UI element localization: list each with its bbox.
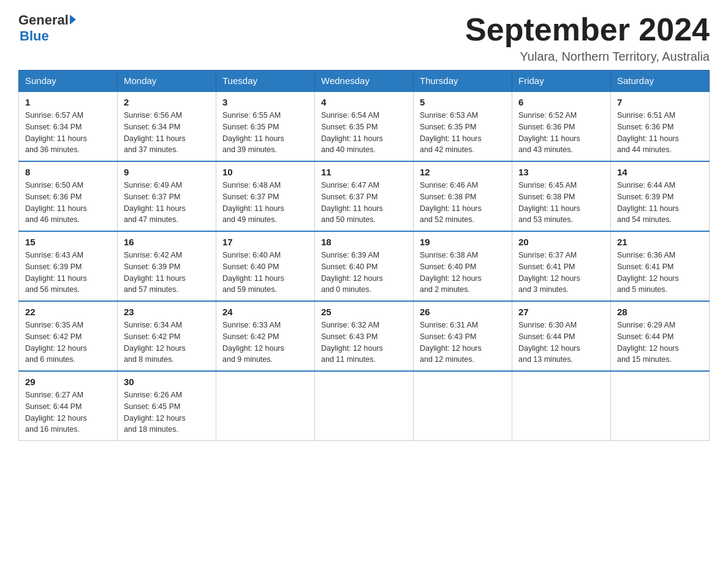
calendar-cell: 28Sunrise: 6:29 AMSunset: 6:44 PMDayligh… bbox=[611, 301, 710, 371]
day-number: 3 bbox=[222, 97, 308, 107]
logo-arrow-icon bbox=[70, 15, 76, 25]
day-number: 4 bbox=[321, 97, 407, 107]
day-number: 14 bbox=[617, 167, 703, 177]
calendar-cell: 12Sunrise: 6:46 AMSunset: 6:38 PMDayligh… bbox=[414, 161, 512, 231]
day-info: Sunrise: 6:36 AMSunset: 6:41 PMDaylight:… bbox=[617, 250, 703, 296]
calendar-cell: 5Sunrise: 6:53 AMSunset: 6:35 PMDaylight… bbox=[414, 91, 512, 161]
calendar-cell: 16Sunrise: 6:42 AMSunset: 6:39 PMDayligh… bbox=[118, 231, 216, 301]
day-info: Sunrise: 6:31 AMSunset: 6:43 PMDaylight:… bbox=[420, 320, 506, 366]
calendar-cell: 15Sunrise: 6:43 AMSunset: 6:39 PMDayligh… bbox=[19, 231, 118, 301]
day-number: 10 bbox=[222, 167, 308, 177]
calendar-cell: 14Sunrise: 6:44 AMSunset: 6:39 PMDayligh… bbox=[611, 161, 710, 231]
day-info: Sunrise: 6:26 AMSunset: 6:45 PMDaylight:… bbox=[124, 389, 210, 435]
month-year-title: September 2024 bbox=[465, 12, 710, 47]
day-number: 24 bbox=[222, 307, 308, 317]
day-number: 18 bbox=[321, 237, 407, 247]
weekday-header-wednesday: Wednesday bbox=[315, 71, 414, 92]
day-number: 12 bbox=[420, 167, 506, 177]
calendar-cell: 10Sunrise: 6:48 AMSunset: 6:37 PMDayligh… bbox=[216, 161, 315, 231]
calendar-cell: 21Sunrise: 6:36 AMSunset: 6:41 PMDayligh… bbox=[611, 231, 710, 301]
day-number: 29 bbox=[25, 377, 111, 387]
day-number: 22 bbox=[25, 307, 111, 317]
calendar-cell: 19Sunrise: 6:38 AMSunset: 6:40 PMDayligh… bbox=[414, 231, 512, 301]
day-info: Sunrise: 6:45 AMSunset: 6:38 PMDaylight:… bbox=[518, 180, 604, 226]
calendar-cell: 3Sunrise: 6:55 AMSunset: 6:35 PMDaylight… bbox=[216, 91, 315, 161]
day-info: Sunrise: 6:55 AMSunset: 6:35 PMDaylight:… bbox=[222, 110, 308, 156]
calendar-cell: 22Sunrise: 6:35 AMSunset: 6:42 PMDayligh… bbox=[19, 301, 118, 371]
day-number: 19 bbox=[420, 237, 506, 247]
logo-general-text: General bbox=[18, 12, 69, 28]
calendar-cell: 2Sunrise: 6:56 AMSunset: 6:34 PMDaylight… bbox=[118, 91, 216, 161]
calendar-cell: 6Sunrise: 6:52 AMSunset: 6:36 PMDaylight… bbox=[512, 91, 611, 161]
calendar-week-row: 15Sunrise: 6:43 AMSunset: 6:39 PMDayligh… bbox=[19, 231, 710, 301]
day-info: Sunrise: 6:27 AMSunset: 6:44 PMDaylight:… bbox=[25, 389, 111, 435]
title-area: September 2024 Yulara, Northern Territor… bbox=[465, 12, 710, 64]
day-number: 1 bbox=[25, 97, 111, 107]
calendar-cell: 20Sunrise: 6:37 AMSunset: 6:41 PMDayligh… bbox=[512, 231, 611, 301]
calendar-cell: 1Sunrise: 6:57 AMSunset: 6:34 PMDaylight… bbox=[19, 91, 118, 161]
calendar-cell: 26Sunrise: 6:31 AMSunset: 6:43 PMDayligh… bbox=[414, 301, 512, 371]
calendar-cell: 30Sunrise: 6:26 AMSunset: 6:45 PMDayligh… bbox=[118, 371, 216, 441]
weekday-header-monday: Monday bbox=[118, 71, 216, 92]
day-number: 9 bbox=[124, 167, 210, 177]
calendar-cell: 27Sunrise: 6:30 AMSunset: 6:44 PMDayligh… bbox=[512, 301, 611, 371]
calendar-cell: 8Sunrise: 6:50 AMSunset: 6:36 PMDaylight… bbox=[19, 161, 118, 231]
day-number: 11 bbox=[321, 167, 407, 177]
day-number: 27 bbox=[518, 307, 604, 317]
calendar-cell bbox=[216, 371, 315, 441]
calendar-cell bbox=[315, 371, 414, 441]
day-info: Sunrise: 6:32 AMSunset: 6:43 PMDaylight:… bbox=[321, 320, 407, 366]
day-info: Sunrise: 6:48 AMSunset: 6:37 PMDaylight:… bbox=[222, 180, 308, 226]
day-info: Sunrise: 6:54 AMSunset: 6:35 PMDaylight:… bbox=[321, 110, 407, 156]
weekday-header-thursday: Thursday bbox=[414, 71, 512, 92]
calendar-week-row: 8Sunrise: 6:50 AMSunset: 6:36 PMDaylight… bbox=[19, 161, 710, 231]
day-info: Sunrise: 6:35 AMSunset: 6:42 PMDaylight:… bbox=[25, 320, 111, 366]
calendar-cell: 18Sunrise: 6:39 AMSunset: 6:40 PMDayligh… bbox=[315, 231, 414, 301]
logo: General Blue bbox=[18, 12, 76, 44]
day-info: Sunrise: 6:39 AMSunset: 6:40 PMDaylight:… bbox=[321, 250, 407, 296]
day-number: 2 bbox=[124, 97, 210, 107]
logo-blue-text: Blue bbox=[20, 28, 49, 44]
day-info: Sunrise: 6:34 AMSunset: 6:42 PMDaylight:… bbox=[124, 320, 210, 366]
calendar-cell bbox=[414, 371, 512, 441]
day-info: Sunrise: 6:40 AMSunset: 6:40 PMDaylight:… bbox=[222, 250, 308, 296]
weekday-header-friday: Friday bbox=[512, 71, 611, 92]
day-number: 20 bbox=[518, 237, 604, 247]
weekday-header-sunday: Sunday bbox=[19, 71, 118, 92]
day-info: Sunrise: 6:29 AMSunset: 6:44 PMDaylight:… bbox=[617, 320, 703, 366]
day-info: Sunrise: 6:44 AMSunset: 6:39 PMDaylight:… bbox=[617, 180, 703, 226]
calendar-cell: 25Sunrise: 6:32 AMSunset: 6:43 PMDayligh… bbox=[315, 301, 414, 371]
day-info: Sunrise: 6:47 AMSunset: 6:37 PMDaylight:… bbox=[321, 180, 407, 226]
calendar-cell: 17Sunrise: 6:40 AMSunset: 6:40 PMDayligh… bbox=[216, 231, 315, 301]
calendar-cell: 29Sunrise: 6:27 AMSunset: 6:44 PMDayligh… bbox=[19, 371, 118, 441]
calendar-cell bbox=[512, 371, 611, 441]
calendar-cell: 13Sunrise: 6:45 AMSunset: 6:38 PMDayligh… bbox=[512, 161, 611, 231]
day-info: Sunrise: 6:52 AMSunset: 6:36 PMDaylight:… bbox=[518, 110, 604, 156]
calendar-week-row: 1Sunrise: 6:57 AMSunset: 6:34 PMDaylight… bbox=[19, 91, 710, 161]
day-number: 13 bbox=[518, 167, 604, 177]
weekday-header-tuesday: Tuesday bbox=[216, 71, 315, 92]
day-info: Sunrise: 6:57 AMSunset: 6:34 PMDaylight:… bbox=[25, 110, 111, 156]
day-info: Sunrise: 6:51 AMSunset: 6:36 PMDaylight:… bbox=[617, 110, 703, 156]
day-info: Sunrise: 6:50 AMSunset: 6:36 PMDaylight:… bbox=[25, 180, 111, 226]
calendar-cell bbox=[611, 371, 710, 441]
calendar-cell: 23Sunrise: 6:34 AMSunset: 6:42 PMDayligh… bbox=[118, 301, 216, 371]
calendar-cell: 4Sunrise: 6:54 AMSunset: 6:35 PMDaylight… bbox=[315, 91, 414, 161]
page-header: General Blue September 2024 Yulara, Nort… bbox=[18, 12, 710, 64]
calendar-week-row: 29Sunrise: 6:27 AMSunset: 6:44 PMDayligh… bbox=[19, 371, 710, 441]
day-number: 16 bbox=[124, 237, 210, 247]
day-number: 6 bbox=[518, 97, 604, 107]
day-number: 23 bbox=[124, 307, 210, 317]
day-info: Sunrise: 6:56 AMSunset: 6:34 PMDaylight:… bbox=[124, 110, 210, 156]
calendar-cell: 7Sunrise: 6:51 AMSunset: 6:36 PMDaylight… bbox=[611, 91, 710, 161]
calendar-cell: 11Sunrise: 6:47 AMSunset: 6:37 PMDayligh… bbox=[315, 161, 414, 231]
day-number: 25 bbox=[321, 307, 407, 317]
day-info: Sunrise: 6:53 AMSunset: 6:35 PMDaylight:… bbox=[420, 110, 506, 156]
location-subtitle: Yulara, Northern Territory, Australia bbox=[465, 50, 710, 64]
weekday-header-row: SundayMondayTuesdayWednesdayThursdayFrid… bbox=[19, 71, 710, 92]
calendar-week-row: 22Sunrise: 6:35 AMSunset: 6:42 PMDayligh… bbox=[19, 301, 710, 371]
day-info: Sunrise: 6:30 AMSunset: 6:44 PMDaylight:… bbox=[518, 320, 604, 366]
day-info: Sunrise: 6:42 AMSunset: 6:39 PMDaylight:… bbox=[124, 250, 210, 296]
day-info: Sunrise: 6:38 AMSunset: 6:40 PMDaylight:… bbox=[420, 250, 506, 296]
calendar-cell: 9Sunrise: 6:49 AMSunset: 6:37 PMDaylight… bbox=[118, 161, 216, 231]
